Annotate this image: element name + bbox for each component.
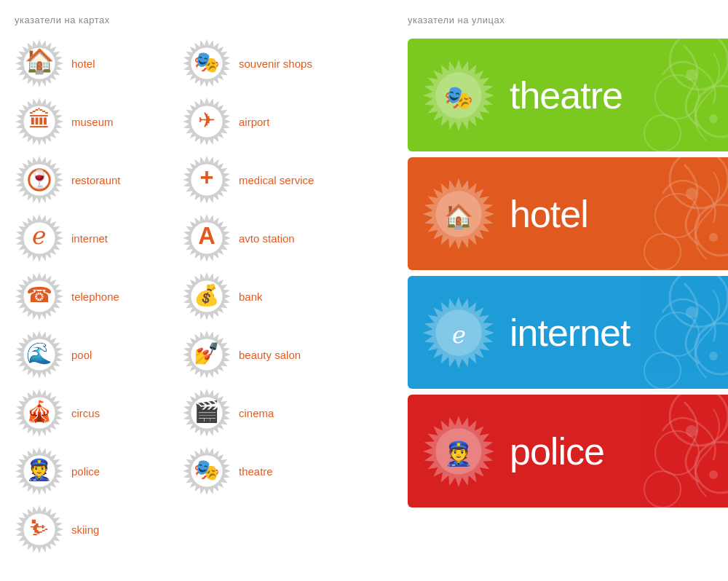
banner-icon-svg: 🎭 <box>419 55 499 135</box>
banner-pattern <box>590 395 728 507</box>
icon-item-beauty: 💅 beauty salon <box>182 330 349 379</box>
icon-badge: ⛷ <box>15 505 64 554</box>
icon-badge: ☎ <box>15 272 64 321</box>
svg-point-82 <box>670 395 728 446</box>
svg-text:🎭: 🎭 <box>194 457 220 483</box>
svg-text:✈: ✈ <box>198 108 215 132</box>
svg-text:⛷: ⛷ <box>29 516 50 540</box>
svg-point-83 <box>655 431 699 475</box>
icon-label: hotel <box>71 58 95 70</box>
svg-point-87 <box>709 470 718 479</box>
icon-label: bank <box>239 290 263 303</box>
svg-point-59 <box>686 69 697 81</box>
icons-column-2: 🎭 souvenir shops ✈ airport + medical ser… <box>182 39 349 563</box>
svg-point-78 <box>709 352 718 360</box>
svg-text:🌊: 🌊 <box>26 341 52 366</box>
banner-icon-area: 👮 <box>408 395 510 507</box>
banner-icon-svg: 👮 <box>419 411 499 491</box>
svg-text:💅: 💅 <box>194 341 220 366</box>
icon-item-circus: 🎪 circus <box>15 388 182 438</box>
icon-badge: 🎭 <box>182 446 232 496</box>
svg-point-75 <box>695 323 728 374</box>
icon-badge: 💰 <box>182 272 232 321</box>
svg-point-77 <box>686 307 697 318</box>
banner-icon-area: 🏠 <box>408 157 510 270</box>
banner-label: theatre <box>510 74 622 117</box>
svg-point-60 <box>709 114 718 123</box>
svg-text:🎪: 🎪 <box>26 399 52 424</box>
banner-hotel: 🏠 hotel <box>408 157 728 270</box>
banner-theatre: 🎭 theatre <box>408 39 728 151</box>
icon-badge: 🏠 <box>15 39 64 88</box>
svg-text:🎭: 🎭 <box>194 50 220 75</box>
svg-text:🏛: 🏛 <box>28 107 51 132</box>
icon-label: restoraunt <box>71 174 121 186</box>
svg-text:☎: ☎ <box>26 283 52 307</box>
icon-item-restaurant: 🍷 restoraunt <box>15 155 182 205</box>
icon-badge: A <box>182 213 232 263</box>
svg-point-74 <box>655 312 699 356</box>
icon-item-airport: ✈ airport <box>182 97 349 146</box>
svg-point-67 <box>644 234 681 270</box>
svg-text:🏠: 🏠 <box>25 47 55 76</box>
icon-item-skiing: ⛷ skiing <box>15 505 182 554</box>
svg-point-56 <box>655 75 699 119</box>
icon-label: cinema <box>239 407 274 419</box>
icons-column-1: 🏠 hotel 🏛 museum 🍷 restoraunt ℯ internet <box>15 39 182 563</box>
icon-badge: 🎪 <box>15 388 64 438</box>
banner-label: internet <box>510 311 630 355</box>
svg-text:ℯ: ℯ <box>32 222 47 249</box>
svg-point-85 <box>644 471 681 507</box>
icon-label: museum <box>71 116 114 128</box>
banner-icon-area: ℯ <box>408 276 510 389</box>
svg-text:🏠: 🏠 <box>444 202 473 230</box>
icon-label: airport <box>239 116 270 128</box>
icon-badge: + <box>182 155 232 205</box>
banner-pattern <box>590 157 728 270</box>
svg-text:🎬: 🎬 <box>194 399 220 424</box>
svg-text:👮: 👮 <box>444 440 473 467</box>
banner-icon-area: 🎭 <box>408 39 510 151</box>
svg-text:🎭: 🎭 <box>444 84 473 111</box>
banner-police: 👮 police <box>408 395 728 507</box>
icons-grid: 🏠 hotel 🏛 museum 🍷 restoraunt ℯ internet <box>15 39 386 563</box>
icon-badge: 🍷 <box>15 155 64 205</box>
icon-label: police <box>71 465 100 478</box>
icon-label: beauty salon <box>239 349 301 361</box>
icon-item-police: 👮 police <box>15 446 182 496</box>
icon-item-museum: 🏛 museum <box>15 97 182 146</box>
icon-item-bank: 💰 bank <box>182 272 349 321</box>
icon-label: pool <box>71 349 92 361</box>
icon-label: circus <box>71 407 100 419</box>
svg-point-65 <box>655 194 699 237</box>
svg-point-69 <box>709 233 718 242</box>
icon-label: telephone <box>71 290 119 303</box>
icon-item-internet: ℯ internet <box>15 213 182 263</box>
banner-label: police <box>510 430 604 473</box>
svg-point-57 <box>695 86 728 137</box>
icon-item-cinema: 🎬 cinema <box>182 388 349 438</box>
icon-badge: ℯ <box>15 213 64 263</box>
icon-badge: 👮 <box>15 446 64 496</box>
svg-point-55 <box>670 39 728 90</box>
icon-badge: 🌊 <box>15 330 64 379</box>
banner-internet: ℯ internet <box>408 276 728 389</box>
left-section: указатели на картах 🏠 hotel 🏛 museum 🍷 r… <box>15 15 386 566</box>
right-section: указатели на улицах 🎭 theatre 🏠 <box>386 15 728 566</box>
icon-item-pool: 🌊 pool <box>15 330 182 379</box>
icon-badge: ✈ <box>182 97 232 146</box>
icon-badge: 💅 <box>182 330 232 379</box>
banner-icon-svg: 🏠 <box>419 174 499 254</box>
banner-icon-svg: ℯ <box>419 293 499 373</box>
icon-badge: 🎭 <box>182 39 232 88</box>
right-section-title: указатели на улицах <box>408 15 728 25</box>
icon-label: internet <box>71 232 108 245</box>
icon-label: medical service <box>239 174 314 186</box>
icon-label: theatre <box>239 465 273 478</box>
icon-item-medical: + medical service <box>182 155 349 205</box>
icon-item-theatre: 🎭 theatre <box>182 446 349 496</box>
icon-item-avto: A avto station <box>182 213 349 263</box>
icon-label: avto station <box>239 232 295 245</box>
svg-point-76 <box>644 352 681 389</box>
icon-label: souvenir shops <box>239 58 312 70</box>
